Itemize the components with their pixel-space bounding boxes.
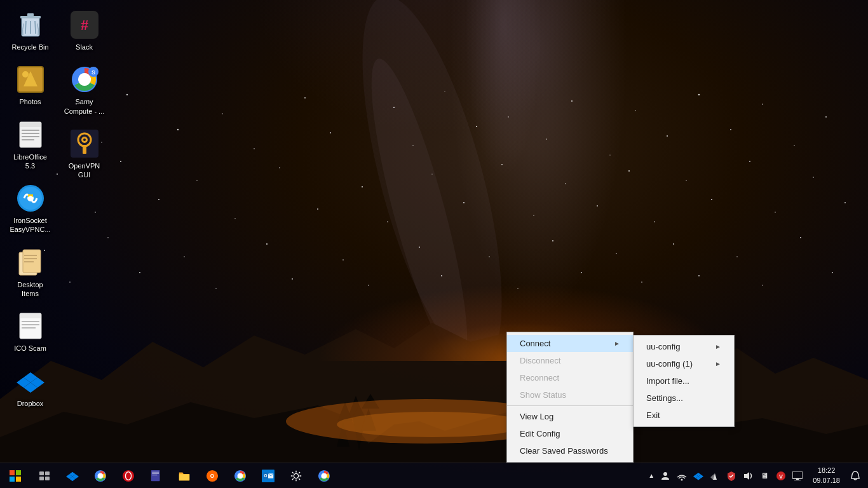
- taskbar-chrome2[interactable]: [226, 463, 254, 489]
- svg-point-20: [609, 154, 610, 155]
- context-menu-edit-config[interactable]: Edit Config: [507, 425, 633, 442]
- submenu-uu-config[interactable]: uu-config ►: [634, 338, 734, 355]
- dropbox-label: Dropbox: [17, 399, 44, 408]
- tray-icon-person[interactable]: [658, 463, 673, 489]
- taskbar-settings[interactable]: [282, 463, 310, 489]
- context-menu-sep1: [507, 405, 633, 406]
- svg-point-32: [628, 170, 630, 172]
- context-menu-disconnect: Disconnect: [507, 352, 633, 369]
- context-menu-view-log[interactable]: View Log: [507, 408, 633, 425]
- tray-expand-button[interactable]: ▲: [646, 463, 656, 489]
- svg-point-17: [412, 145, 413, 146]
- svg-point-33: [686, 180, 686, 180]
- svg-point-58: [736, 256, 737, 257]
- tray-icon-dropbox-tray[interactable]: [691, 463, 706, 489]
- tray-icon-arrow-up[interactable]: [707, 463, 722, 489]
- svg-point-27: [279, 167, 280, 168]
- submenu-import-file[interactable]: Import file...: [634, 372, 734, 390]
- tray-icon-display[interactable]: [790, 463, 805, 489]
- svg-rect-106: [24, 261, 34, 262]
- svg-point-8: [635, 110, 635, 111]
- recycle-bin-label: Recycle Bin: [11, 43, 48, 51]
- desktop-icon-photos[interactable]: Photos: [6, 61, 54, 109]
- desktop-icon-samy-compute[interactable]: S Samy Compute - ...: [60, 61, 108, 119]
- taskbar-dropbox[interactable]: [58, 463, 86, 489]
- desktop-icon-ironsocket[interactable]: IronSocket EasyVPNC...: [6, 180, 54, 238]
- svg-point-21: [667, 135, 668, 137]
- slack-icon: #: [69, 10, 100, 40]
- taskbar-outlook[interactable]: O: [254, 463, 282, 489]
- svg-point-26: [196, 180, 197, 180]
- desktop-icon-dropbox[interactable]: Dropbox: [6, 363, 54, 411]
- tray-icon-volume[interactable]: [740, 463, 756, 489]
- samy-compute-icon: S: [69, 64, 100, 95]
- start-button[interactable]: [0, 463, 31, 489]
- svg-point-19: [546, 139, 547, 140]
- svg-point-120: [79, 74, 90, 85]
- submenu-exit[interactable]: Exit: [634, 407, 734, 424]
- context-menu-reconnect: Reconnect: [507, 369, 633, 386]
- photos-label: Photos: [19, 97, 41, 106]
- desktop-icon-libreoffice[interactable]: LibreOffice 5.3: [6, 116, 54, 174]
- tray-icon-openvpn[interactable]: V: [773, 463, 789, 489]
- context-menu-clear-passwords[interactable]: Clear Saved Passwords: [507, 442, 633, 459]
- svg-rect-104: [24, 255, 37, 256]
- taskbar-orange[interactable]: O: [198, 463, 226, 489]
- svg-marker-75: [348, 396, 364, 418]
- submenu-settings[interactable]: Settings...: [634, 390, 734, 407]
- tray-icon-shield[interactable]: [724, 463, 739, 489]
- svg-point-154: [238, 473, 242, 478]
- svg-rect-129: [16, 470, 21, 475]
- ironsocket-label: IronSocket EasyVPNC...: [10, 216, 51, 234]
- svg-point-14: [177, 129, 179, 130]
- svg-point-51: [266, 243, 268, 245]
- tray-notification-button[interactable]: [848, 463, 863, 489]
- svg-text:O: O: [264, 473, 267, 478]
- svg-point-165: [663, 472, 667, 476]
- tray-icon-keyboard[interactable]: 🖥: [757, 463, 772, 489]
- svg-point-18: [476, 126, 477, 127]
- taskbar-file-manager[interactable]: [170, 463, 198, 489]
- svg-point-82: [337, 412, 527, 437]
- star-field: [0, 0, 868, 488]
- svg-point-161: [294, 473, 298, 478]
- svg-point-68: [641, 281, 642, 283]
- tray-icon-network[interactable]: [674, 463, 689, 489]
- desktop-icon-desktop-items[interactable]: Desktop Items: [6, 244, 54, 302]
- svg-text:S: S: [91, 69, 95, 76]
- ironsocket-icon: [15, 183, 46, 214]
- svg-point-22: [730, 129, 731, 130]
- svg-point-45: [711, 199, 712, 200]
- svg-rect-95: [22, 130, 39, 131]
- svg-rect-96: [22, 133, 39, 134]
- desktop-icon-openvpn[interactable]: OpenVPN GUI: [60, 125, 108, 183]
- taskbar-chrome3[interactable]: [310, 463, 338, 489]
- svg-rect-108: [20, 313, 41, 318]
- svg-rect-131: [16, 477, 21, 482]
- submenu-uu-config-1[interactable]: uu-config (1) ►: [634, 355, 734, 372]
- svg-point-25: [120, 161, 121, 162]
- svg-text:O: O: [210, 473, 215, 478]
- desktop-icon-recycle-bin[interactable]: Recycle Bin: [6, 6, 54, 55]
- svg-rect-109: [22, 321, 39, 322]
- desktop-icon-slack[interactable]: # Slack: [60, 6, 108, 55]
- taskbar-opera[interactable]: [114, 463, 142, 489]
- desktop-icon-ico-scam[interactable]: ICO Scam: [6, 308, 54, 356]
- svg-rect-146: [152, 471, 159, 472]
- taskbar-writer[interactable]: [142, 463, 170, 489]
- svg-rect-149: [179, 474, 189, 480]
- task-view-button[interactable]: [31, 463, 58, 489]
- svg-point-38: [234, 218, 235, 219]
- taskbar-clock[interactable]: 18:22 09.07.18: [806, 463, 846, 489]
- svg-line-86: [25, 21, 26, 34]
- taskbar-chrome[interactable]: [86, 463, 114, 489]
- svg-rect-148: [152, 475, 157, 475]
- context-menu-connect[interactable]: Connect ► uu-config ► uu-config (1) ► Im…: [507, 335, 633, 352]
- svg-point-29: [431, 173, 432, 174]
- svg-marker-78: [362, 394, 379, 409]
- svg-marker-79: [337, 421, 349, 447]
- connect-submenu: uu-config ► uu-config (1) ► Import file.…: [633, 335, 735, 427]
- svg-point-56: [616, 253, 617, 254]
- svg-rect-177: [796, 478, 799, 480]
- svg-text:V: V: [779, 473, 783, 480]
